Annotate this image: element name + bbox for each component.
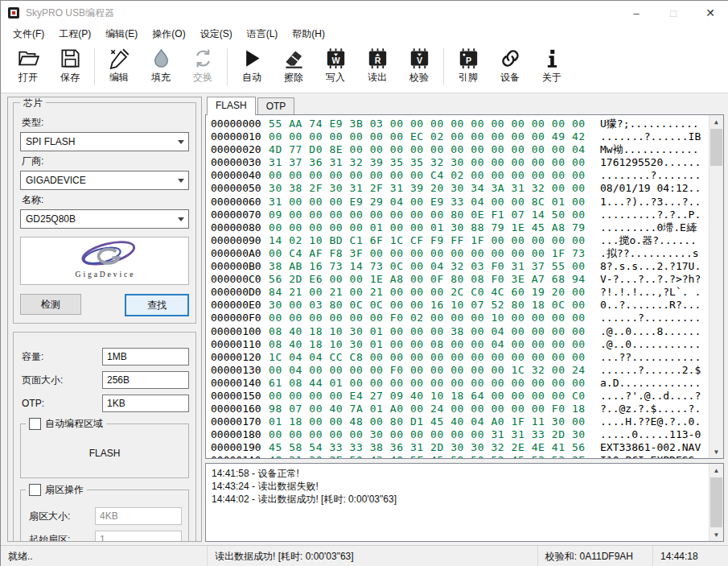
memory-group: 容量: 1MB 页面大小: 256B OTP: 1KB 自动编程区域 FLA [13,332,196,542]
hex-scrollbar-thumb[interactable] [710,129,722,166]
hex-address: 00000030 [211,156,264,169]
hex-row[interactable]: 0000017001 18 00 00 48 00 80 D1 45 40 04… [211,415,707,428]
hex-row[interactable]: 0000018000 00 00 00 00 30 00 00 00 00 00… [211,428,707,441]
toolbar-button-read[interactable]: R读出 [356,46,398,85]
toolbar-button-about[interactable]: 关于 [531,46,573,85]
open-folder-icon [18,48,39,69]
chevron-down-icon[interactable] [174,210,188,228]
hex-row[interactable]: 000000B038 AB 16 73 14 73 0C 00 04 32 03… [211,260,707,273]
menu-item[interactable]: 语言(L) [240,25,286,43]
hex-address: 00000040 [211,169,264,182]
hex-row[interactable]: 0000014061 08 44 01 00 00 00 00 00 00 00… [211,377,707,390]
hex-address: 00000080 [211,221,264,234]
hex-row[interactable]: 0000016098 07 00 40 7A 01 A0 00 24 00 00… [211,403,707,415]
hex-row[interactable]: 0000011008 40 18 10 30 01 00 00 08 00 00… [211,338,707,351]
tab-flash[interactable]: FLASH [207,97,256,115]
toolbar-button-pin[interactable]: P引脚 [447,46,489,85]
edit-knife-icon [109,48,130,69]
sector-group: 扇区操作 扇区大小: 4KB 起始扇区: 1 结束扇区: 256 [20,490,189,542]
toolbar-button-write[interactable]: W写入 [315,46,356,85]
sector-op-checkbox[interactable] [29,484,41,496]
hex-bytes: 00 00 00 00 00 00 00 EC 02 00 00 00 00 0… [269,130,590,143]
hex-row[interactable]: 0000015000 00 00 00 E4 27 09 40 10 18 64… [211,390,707,403]
toolbar-button-auto[interactable]: 自动 [231,46,273,85]
hex-row[interactable]: 0000001000 00 00 00 00 00 00 EC 02 00 00… [211,130,707,143]
capacity-field[interactable]: 1MB [102,348,189,366]
toolbar-button-open[interactable]: 打开 [7,46,49,85]
hex-scrollbar[interactable]: ▲ ▼ [709,115,723,458]
hex-row[interactable]: 000001201C 04 04 CC C8 00 00 00 00 00 00… [211,351,707,364]
hex-row[interactable]: 0000009014 02 10 BD C1 6F 1C CF F9 FF 1F… [211,234,707,247]
hex-ascii: 1761295520...... [600,156,701,169]
hex-ascii: Mw袎............ [600,143,699,156]
toolbar-button-save[interactable]: 保存 [49,46,91,85]
toolbar-button-label: 打开 [19,71,38,85]
hex-ascii: ......?......... [600,312,701,324]
chip-buttons-row: 检测 查找 [20,294,189,316]
hex-editor[interactable]: 0000000055 AA 74 E9 3B 03 00 00 00 00 00… [205,114,724,459]
menu-item[interactable]: 文件(F) [6,25,51,43]
log-panel: 14:41:58 - 设备正常!14:43:24 - 读出数据失败!14:44:… [205,463,724,542]
hex-row[interactable]: 0000008000 00 00 00 00 01 00 00 01 30 88… [211,221,707,234]
menu-item[interactable]: 工程(P) [51,25,98,43]
start-sector-label: 起始扇区: [29,533,70,543]
auto-region-checkbox[interactable] [29,418,41,430]
hex-row[interactable]: 0000005030 38 2F 30 31 2F 31 39 20 30 34… [211,182,707,195]
hex-row[interactable]: 0000007009 00 00 00 00 00 00 00 00 80 0E… [211,209,707,221]
auto-region-group: 自动编程区域 FLASH [20,423,189,478]
save-floppy-icon [60,48,81,69]
hex-address: 00000110 [211,338,264,351]
toolbar-button-verify[interactable]: V校验 [398,46,440,85]
hex-address: 00000160 [211,403,264,415]
hex-row[interactable]: 000001A049 31 30 2E 50 43 49 5F 45 58 50… [211,454,707,459]
menu-item[interactable]: 帮助(H) [285,25,332,43]
hex-row[interactable]: 000000A000 C4 AF F8 3F 00 00 00 00 00 00… [211,247,707,260]
hex-row[interactable]: 0000013000 04 00 00 00 00 F0 00 00 00 00… [211,364,707,377]
find-button[interactable]: 查找 [125,294,189,316]
hex-ascii: 8?.s.s...2.?17U. [600,260,701,273]
app-window: SkyPRO USB编程器 – □ ✕ 文件(F)工程(P)编辑(E)操作(O)… [0,0,728,566]
toolbar-button-erase[interactable]: 擦除 [273,46,315,85]
close-icon[interactable]: ✕ [692,1,728,25]
hex-row[interactable]: 0000003031 37 36 31 32 39 35 35 32 30 00… [211,156,707,169]
hex-row[interactable]: 000000204D 77 D0 8E 00 00 00 00 00 00 00… [211,143,707,156]
scroll-down-icon[interactable]: ▼ [709,445,723,458]
chip-group-title: 芯片 [20,97,46,110]
menu-item[interactable]: 操作(O) [145,25,192,43]
hex-address: 00000050 [211,182,264,195]
main-content: 芯片 类型: SPI FLASH 厂商: GIGADEVICE 名称: GD25… [1,93,728,545]
hex-row[interactable]: 0000006031 00 00 00 E9 29 04 00 E9 33 04… [211,196,707,209]
maximize-icon[interactable]: □ [655,1,692,25]
vendor-combobox[interactable]: GIGADEVICE [20,171,189,190]
log-scrollbar[interactable]: ▲ ▼ [709,464,723,541]
menu-item[interactable]: 设定(S) [193,25,240,43]
tab-otp[interactable]: OTP [257,97,295,114]
log-scrollbar-thumb[interactable] [710,477,722,527]
hex-row[interactable]: 0000004000 00 00 00 00 00 00 00 C4 02 00… [211,169,707,182]
hex-ascii: .@..0........... [600,338,701,351]
type-combobox[interactable]: SPI FLASH [20,132,189,151]
hex-row[interactable]: 0000000055 AA 74 E9 3B 03 00 00 00 00 00… [211,118,707,130]
otp-field[interactable]: 1KB [102,395,189,412]
chevron-down-icon[interactable] [174,171,188,189]
hex-row[interactable]: 000000D084 21 00 21 00 21 00 00 00 2C C0… [211,286,707,299]
gigadevice-logo-text: GigaDevice [76,270,136,279]
toolbar-button-device[interactable]: 设备 [489,46,531,85]
scroll-up-icon[interactable]: ▲ [709,115,723,128]
toolbar-button-edit[interactable]: 编辑 [98,46,140,85]
chevron-down-icon[interactable] [174,133,188,151]
detect-button[interactable]: 检测 [20,294,81,315]
scroll-down-icon[interactable]: ▼ [709,528,723,541]
hex-row[interactable]: 0000019045 58 54 33 33 38 36 31 2D 30 30… [211,441,707,454]
menu-item[interactable]: 编辑(E) [98,25,145,43]
scroll-up-icon[interactable]: ▲ [709,464,723,477]
chip-name-combobox[interactable]: GD25Q80B [20,209,189,229]
hex-row[interactable]: 000000F000 00 00 00 00 00 F0 02 00 00 00… [211,312,707,324]
toolbar-button-fill[interactable]: 填充 [140,46,182,85]
page-size-field[interactable]: 256B [102,371,189,389]
hex-row[interactable]: 000000C056 2D E6 00 00 1E A8 00 0F 80 08… [211,273,707,286]
hex-row[interactable]: 0000010008 40 18 10 30 01 00 00 00 38 00… [211,325,707,338]
minimize-icon[interactable]: – [618,1,655,25]
hex-row[interactable]: 000000E030 00 03 80 0C 0C 00 00 16 10 07… [211,299,707,312]
hex-address: 00000060 [211,196,264,209]
